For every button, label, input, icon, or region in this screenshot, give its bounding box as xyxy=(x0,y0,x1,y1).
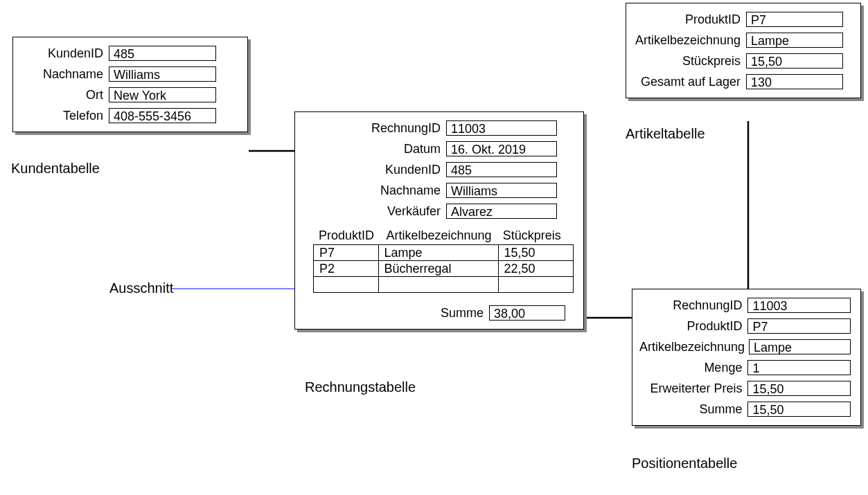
pos-row-artbez: Artikelbezeichnung Lampe xyxy=(639,339,851,354)
pos-value-rechnungid: 11003 xyxy=(747,298,851,313)
kunden-value-nachname: Williams xyxy=(109,66,216,82)
artikel-label-produktid: ProduktID xyxy=(633,12,741,27)
rech-label-kundenid: KundenID xyxy=(302,163,441,177)
rech-cell-pid xyxy=(313,276,379,293)
rech-cell-art: Lampe xyxy=(378,244,499,261)
ausschnitt-label: Ausschnitt xyxy=(109,280,173,296)
rech-value-verkaeufer: Alvarez xyxy=(446,204,557,219)
pos-row-erwpreis: Erweiterter Preis 15,50 xyxy=(639,381,851,396)
artikel-row-produktid: ProduktID P7 xyxy=(633,12,851,27)
pos-value-summe: 15,50 xyxy=(747,402,851,417)
kunden-label-kundenid: KundenID xyxy=(20,46,103,61)
kunden-row-kundenid: KundenID 485 xyxy=(20,46,238,61)
rech-cell-stk: 22,50 xyxy=(498,260,574,277)
artikel-value-lager: 130 xyxy=(746,74,843,89)
rech-row-nachname: Nachname Williams xyxy=(302,183,574,198)
pos-label-produktid: ProduktID xyxy=(639,319,742,334)
kunden-value-ort: New York xyxy=(109,87,216,102)
pos-value-erwpreis: 15,50 xyxy=(747,381,851,396)
artikel-label-stueckpreis: Stückpreis xyxy=(633,54,741,69)
rech-cell-stk xyxy=(498,276,574,293)
rech-value-summe: 38,00 xyxy=(489,305,565,321)
kundentabelle-caption: Kundentabelle xyxy=(11,161,100,177)
pos-label-menge: Menge xyxy=(639,361,742,375)
pos-row-summe: Summe 15,50 xyxy=(639,402,851,417)
rech-row-verkaeufer: Verkäufer Alvarez xyxy=(302,204,574,219)
kunden-row-ort: Ort New York xyxy=(20,87,238,102)
artikel-value-artbez: Lampe xyxy=(746,33,843,48)
kunden-label-telefon: Telefon xyxy=(20,109,103,123)
rech-label-datum: Datum xyxy=(302,142,441,156)
rech-cell-stk: 15,50 xyxy=(498,244,574,261)
rech-value-nachname: Williams xyxy=(446,183,557,198)
rech-line-items: ProduktID Artikelbezeichnung Stückpreis … xyxy=(313,228,574,293)
rech-cell-pid: P7 xyxy=(313,244,379,261)
artikeltabelle-panel: ProduktID P7 Artikelbezeichnung Lampe St… xyxy=(626,3,861,98)
artikel-value-stueckpreis: 15,50 xyxy=(746,53,843,69)
pos-label-rechnungid: RechnungID xyxy=(639,298,742,313)
artikel-row-stueckpreis: Stückpreis 15,50 xyxy=(633,53,851,69)
rechnungstabelle-caption: Rechnungstabelle xyxy=(305,379,416,395)
artikel-label-artbez: Artikelbezeichnung xyxy=(633,33,741,48)
kunden-row-telefon: Telefon 408-555-3456 xyxy=(20,108,238,123)
rechnungstabelle-panel: RechnungID 11003 Datum 16. Okt. 2019 Kun… xyxy=(294,111,584,330)
pos-row-rechnungid: RechnungID 11003 xyxy=(639,298,851,313)
rech-col-artbez: Artikelbezeichnung xyxy=(381,228,497,244)
rech-value-datum: 16. Okt. 2019 xyxy=(446,141,557,156)
rech-label-rechnungid: RechnungID xyxy=(302,121,441,136)
rech-label-nachname: Nachname xyxy=(302,183,441,198)
rech-cell-pid: P2 xyxy=(313,260,379,277)
rech-row-datum: Datum 16. Okt. 2019 xyxy=(302,141,574,156)
kunden-label-ort: Ort xyxy=(20,88,103,102)
kunden-value-kundenid: 485 xyxy=(109,46,216,61)
artikel-row-lager: Gesamt auf Lager 130 xyxy=(633,74,851,89)
rech-label-summe: Summe xyxy=(441,306,484,321)
kunden-value-telefon: 408-555-3456 xyxy=(109,108,216,123)
rech-row-rechnungid: RechnungID 11003 xyxy=(302,120,574,136)
rech-value-rechnungid: 11003 xyxy=(446,120,557,136)
kunden-label-nachname: Nachname xyxy=(20,67,103,82)
pos-value-artbez: Lampe xyxy=(749,339,851,354)
pos-label-artbez: Artikelbezeichnung xyxy=(639,340,743,354)
kunden-row-nachname: Nachname Williams xyxy=(20,66,238,82)
rech-col-stueckpreis: Stückpreis xyxy=(497,228,574,244)
rech-line-row: P2 Bücherregal 22,50 xyxy=(313,261,574,277)
kundentabelle-panel: KundenID 485 Nachname Williams Ort New Y… xyxy=(12,37,248,132)
pos-row-menge: Menge 1 xyxy=(639,360,851,375)
pos-value-produktid: P7 xyxy=(747,318,851,334)
rech-row-summe: Summe 38,00 xyxy=(302,305,565,321)
pos-label-erwpreis: Erweiterter Preis xyxy=(639,381,742,396)
pos-value-menge: 1 xyxy=(747,360,851,375)
rech-row-kundenid: KundenID 485 xyxy=(302,162,574,177)
artikel-value-produktid: P7 xyxy=(746,12,843,27)
positionentabelle-panel: RechnungID 11003 ProduktID P7 Artikelbez… xyxy=(632,289,861,426)
rech-col-produktid: ProduktID xyxy=(313,228,381,244)
rech-line-row xyxy=(313,277,574,293)
pos-row-produktid: ProduktID P7 xyxy=(639,318,851,334)
artikel-row-artbez: Artikelbezeichnung Lampe xyxy=(633,33,851,48)
rech-cell-art xyxy=(378,276,499,293)
rech-cell-art: Bücherregal xyxy=(378,260,499,277)
rech-value-kundenid: 485 xyxy=(446,162,557,177)
artikeltabelle-caption: Artikeltabelle xyxy=(626,126,705,142)
artikel-label-lager: Gesamt auf Lager xyxy=(633,75,741,89)
rech-line-headers: ProduktID Artikelbezeichnung Stückpreis xyxy=(313,228,574,244)
pos-label-summe: Summe xyxy=(639,402,742,417)
rech-line-row: P7 Lampe 15,50 xyxy=(313,244,574,261)
rech-label-verkaeufer: Verkäufer xyxy=(302,204,441,219)
positionentabelle-caption: Positionentabelle xyxy=(632,456,737,471)
